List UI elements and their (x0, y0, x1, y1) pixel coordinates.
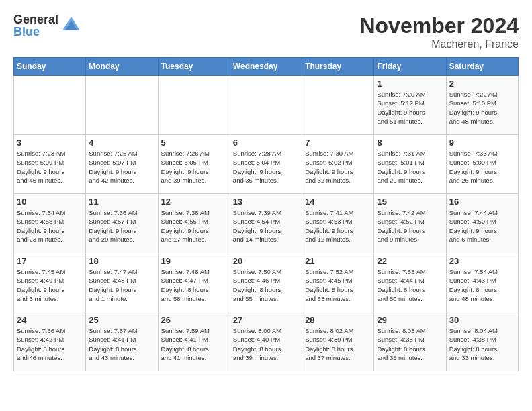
col-friday: Friday (374, 58, 446, 76)
title-block: November 2024 Macheren, France (359, 13, 519, 50)
calendar-cell (158, 76, 230, 135)
calendar-week-1: 3Sunrise: 7:23 AMSunset: 5:09 PMDaylight… (14, 135, 519, 194)
col-monday: Monday (86, 58, 158, 76)
calendar-cell (230, 76, 302, 135)
calendar-cell (14, 76, 86, 135)
calendar-cell: 20Sunrise: 7:50 AMSunset: 4:46 PMDayligh… (230, 253, 302, 312)
day-info: Sunrise: 7:36 AMSunset: 4:57 PMDaylight:… (89, 208, 154, 244)
col-sunday: Sunday (14, 58, 86, 76)
day-info: Sunrise: 8:04 AMSunset: 4:38 PMDaylight:… (449, 326, 515, 362)
month-title: November 2024 (359, 13, 519, 38)
calendar-cell (302, 76, 374, 135)
day-number: 30 (449, 315, 515, 325)
logo-blue: Blue (13, 26, 58, 38)
calendar-cell: 14Sunrise: 7:41 AMSunset: 4:53 PMDayligh… (302, 194, 374, 253)
day-number: 19 (161, 256, 227, 266)
calendar-cell: 25Sunrise: 7:57 AMSunset: 4:41 PMDayligh… (86, 312, 158, 371)
day-number: 9 (449, 138, 515, 148)
logo-general: General (13, 13, 58, 26)
day-info: Sunrise: 7:33 AMSunset: 5:00 PMDaylight:… (449, 149, 515, 185)
day-number: 4 (89, 138, 154, 148)
day-info: Sunrise: 7:47 AMSunset: 4:48 PMDaylight:… (89, 267, 154, 303)
day-number: 7 (305, 138, 371, 148)
calendar-body: 1Sunrise: 7:20 AMSunset: 5:12 PMDaylight… (14, 76, 519, 371)
calendar-week-3: 17Sunrise: 7:45 AMSunset: 4:49 PMDayligh… (14, 253, 519, 312)
day-info: Sunrise: 7:28 AMSunset: 5:04 PMDaylight:… (233, 149, 299, 185)
day-info: Sunrise: 8:02 AMSunset: 4:39 PMDaylight:… (305, 326, 371, 362)
day-number: 16 (449, 197, 515, 207)
day-info: Sunrise: 7:26 AMSunset: 5:05 PMDaylight:… (161, 149, 227, 185)
calendar-cell: 5Sunrise: 7:26 AMSunset: 5:05 PMDaylight… (158, 135, 230, 194)
day-info: Sunrise: 7:56 AMSunset: 4:42 PMDaylight:… (17, 326, 83, 362)
day-info: Sunrise: 7:31 AMSunset: 5:01 PMDaylight:… (377, 149, 443, 185)
day-number: 13 (233, 197, 299, 207)
day-info: Sunrise: 7:44 AMSunset: 4:50 PMDaylight:… (449, 208, 515, 244)
day-info: Sunrise: 7:59 AMSunset: 4:41 PMDaylight:… (161, 326, 227, 362)
col-thursday: Thursday (302, 58, 374, 76)
day-info: Sunrise: 7:45 AMSunset: 4:49 PMDaylight:… (17, 267, 83, 303)
day-number: 27 (233, 315, 299, 325)
day-number: 23 (449, 256, 515, 266)
col-saturday: Saturday (446, 58, 518, 76)
calendar-cell: 30Sunrise: 8:04 AMSunset: 4:38 PMDayligh… (446, 312, 518, 371)
day-number: 28 (305, 315, 371, 325)
calendar-cell: 7Sunrise: 7:30 AMSunset: 5:02 PMDaylight… (302, 135, 374, 194)
calendar-cell: 10Sunrise: 7:34 AMSunset: 4:58 PMDayligh… (14, 194, 86, 253)
day-number: 1 (377, 79, 443, 89)
day-number: 2 (449, 79, 515, 89)
calendar-cell: 17Sunrise: 7:45 AMSunset: 4:49 PMDayligh… (14, 253, 86, 312)
calendar-cell: 16Sunrise: 7:44 AMSunset: 4:50 PMDayligh… (446, 194, 518, 253)
day-number: 12 (161, 197, 227, 207)
calendar-cell: 28Sunrise: 8:02 AMSunset: 4:39 PMDayligh… (302, 312, 374, 371)
day-number: 5 (161, 138, 227, 148)
calendar-cell: 13Sunrise: 7:39 AMSunset: 4:54 PMDayligh… (230, 194, 302, 253)
day-number: 20 (233, 256, 299, 266)
day-number: 15 (377, 197, 443, 207)
day-info: Sunrise: 7:25 AMSunset: 5:07 PMDaylight:… (89, 149, 154, 185)
logo-icon (61, 15, 81, 36)
day-info: Sunrise: 8:00 AMSunset: 4:40 PMDaylight:… (233, 326, 299, 362)
calendar-cell: 4Sunrise: 7:25 AMSunset: 5:07 PMDaylight… (86, 135, 158, 194)
calendar-cell: 18Sunrise: 7:47 AMSunset: 4:48 PMDayligh… (86, 253, 158, 312)
day-number: 22 (377, 256, 443, 266)
day-number: 3 (17, 138, 83, 148)
calendar-cell: 24Sunrise: 7:56 AMSunset: 4:42 PMDayligh… (14, 312, 86, 371)
day-number: 11 (89, 197, 154, 207)
calendar-cell: 1Sunrise: 7:20 AMSunset: 5:12 PMDaylight… (374, 76, 446, 135)
day-info: Sunrise: 7:22 AMSunset: 5:10 PMDaylight:… (449, 90, 515, 126)
calendar-cell: 12Sunrise: 7:38 AMSunset: 4:55 PMDayligh… (158, 194, 230, 253)
day-info: Sunrise: 7:41 AMSunset: 4:53 PMDaylight:… (305, 208, 371, 244)
day-number: 14 (305, 197, 371, 207)
day-number: 25 (89, 315, 154, 325)
day-number: 26 (161, 315, 227, 325)
calendar-cell: 26Sunrise: 7:59 AMSunset: 4:41 PMDayligh… (158, 312, 230, 371)
logo: General Blue (13, 13, 81, 38)
day-number: 6 (233, 138, 299, 148)
day-info: Sunrise: 7:53 AMSunset: 4:44 PMDaylight:… (377, 267, 443, 303)
day-info: Sunrise: 7:48 AMSunset: 4:47 PMDaylight:… (161, 267, 227, 303)
day-number: 10 (17, 197, 83, 207)
day-info: Sunrise: 7:50 AMSunset: 4:46 PMDaylight:… (233, 267, 299, 303)
calendar-cell: 23Sunrise: 7:54 AMSunset: 4:43 PMDayligh… (446, 253, 518, 312)
day-info: Sunrise: 7:42 AMSunset: 4:52 PMDaylight:… (377, 208, 443, 244)
calendar-cell: 21Sunrise: 7:52 AMSunset: 4:45 PMDayligh… (302, 253, 374, 312)
day-info: Sunrise: 7:39 AMSunset: 4:54 PMDaylight:… (233, 208, 299, 244)
location: Macheren, France (359, 38, 519, 50)
day-number: 17 (17, 256, 83, 266)
calendar-cell: 15Sunrise: 7:42 AMSunset: 4:52 PMDayligh… (374, 194, 446, 253)
calendar-header: Sunday Monday Tuesday Wednesday Thursday… (14, 58, 519, 76)
day-info: Sunrise: 7:20 AMSunset: 5:12 PMDaylight:… (377, 90, 443, 126)
calendar-cell: 2Sunrise: 7:22 AMSunset: 5:10 PMDaylight… (446, 76, 518, 135)
day-info: Sunrise: 7:30 AMSunset: 5:02 PMDaylight:… (305, 149, 371, 185)
calendar-cell: 29Sunrise: 8:03 AMSunset: 4:38 PMDayligh… (374, 312, 446, 371)
day-info: Sunrise: 7:52 AMSunset: 4:45 PMDaylight:… (305, 267, 371, 303)
calendar-week-0: 1Sunrise: 7:20 AMSunset: 5:12 PMDaylight… (14, 76, 519, 135)
day-info: Sunrise: 7:38 AMSunset: 4:55 PMDaylight:… (161, 208, 227, 244)
calendar-cell: 19Sunrise: 7:48 AMSunset: 4:47 PMDayligh… (158, 253, 230, 312)
col-tuesday: Tuesday (158, 58, 230, 76)
page-header: General Blue November 2024 Macheren, Fra… (13, 13, 519, 50)
calendar-cell: 22Sunrise: 7:53 AMSunset: 4:44 PMDayligh… (374, 253, 446, 312)
calendar-cell: 8Sunrise: 7:31 AMSunset: 5:01 PMDaylight… (374, 135, 446, 194)
calendar-cell (86, 76, 158, 135)
day-info: Sunrise: 8:03 AMSunset: 4:38 PMDaylight:… (377, 326, 443, 362)
